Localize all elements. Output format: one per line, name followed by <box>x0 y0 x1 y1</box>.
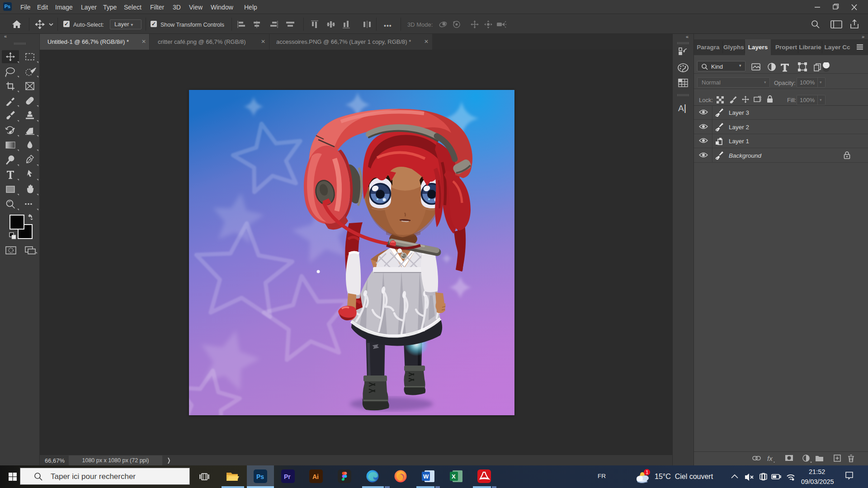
svg-text:X: X <box>452 473 456 480</box>
svg-text:Pr: Pr <box>284 473 291 480</box>
svg-text:Ai: Ai <box>312 473 319 480</box>
svg-text:Ps: Ps <box>256 473 264 480</box>
svg-text:W: W <box>423 473 429 480</box>
svg-text:1: 1 <box>646 470 649 475</box>
svg-text:fx: fx <box>767 455 773 462</box>
